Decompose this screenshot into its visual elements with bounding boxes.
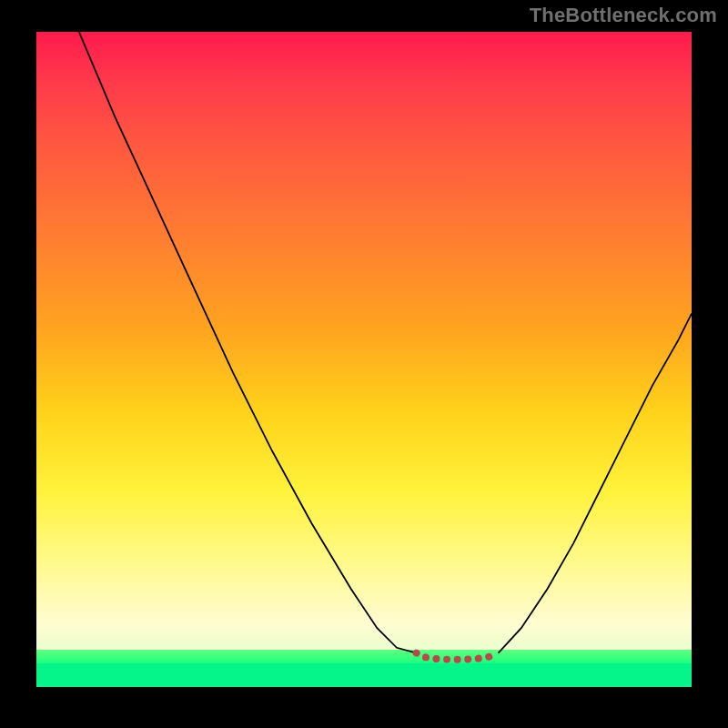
attribution-label: TheBottleneck.com (530, 4, 717, 27)
plot-area (36, 32, 692, 687)
valley-marker-path (417, 653, 499, 660)
left-branch-path (79, 32, 417, 653)
chart-container: TheBottleneck.com (0, 0, 728, 728)
curve-svg (36, 32, 692, 687)
right-branch-path (499, 314, 692, 653)
